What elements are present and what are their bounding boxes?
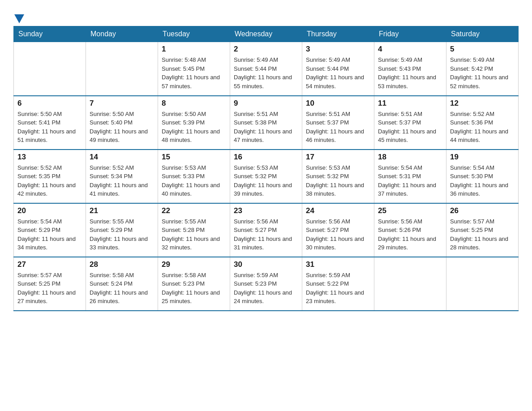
calendar-header-sunday: Sunday [14,26,86,42]
day-info: Sunrise: 5:53 AMSunset: 5:32 PMDaylight:… [234,163,298,198]
calendar-header-thursday: Thursday [302,26,374,42]
calendar-header-monday: Monday [86,26,158,42]
day-number: 9 [234,99,298,108]
calendar-cell [374,257,446,311]
calendar-cell: 24Sunrise: 5:56 AMSunset: 5:27 PMDayligh… [302,203,374,257]
day-info: Sunrise: 5:57 AMSunset: 5:25 PMDaylight:… [450,217,515,252]
day-number: 1 [162,45,226,54]
calendar-cell: 17Sunrise: 5:53 AMSunset: 5:32 PMDayligh… [302,150,374,203]
calendar-cell [446,257,519,311]
calendar-cell: 23Sunrise: 5:56 AMSunset: 5:27 PMDayligh… [230,203,302,257]
day-number: 19 [450,153,515,162]
logo [13,13,24,21]
calendar-week-row: 20Sunrise: 5:54 AMSunset: 5:29 PMDayligh… [14,203,519,257]
calendar-cell: 20Sunrise: 5:54 AMSunset: 5:29 PMDayligh… [14,203,86,257]
day-number: 22 [162,206,226,215]
calendar-cell: 1Sunrise: 5:48 AMSunset: 5:45 PMDaylight… [158,42,230,96]
calendar-header-row: SundayMondayTuesdayWednesdayThursdayFrid… [14,26,519,42]
calendar-cell: 31Sunrise: 5:59 AMSunset: 5:22 PMDayligh… [302,257,374,311]
day-info: Sunrise: 5:49 AMSunset: 5:44 PMDaylight:… [234,56,298,90]
calendar-header-tuesday: Tuesday [158,26,230,42]
day-number: 6 [17,99,82,108]
calendar-header-friday: Friday [374,26,446,42]
calendar-cell [86,42,158,96]
calendar-cell: 27Sunrise: 5:57 AMSunset: 5:25 PMDayligh… [14,257,86,311]
calendar-cell: 5Sunrise: 5:49 AMSunset: 5:42 PMDaylight… [446,42,519,96]
day-number: 15 [162,153,226,162]
day-number: 25 [378,206,442,215]
day-number: 14 [90,153,154,162]
day-number: 4 [378,45,442,54]
day-info: Sunrise: 5:55 AMSunset: 5:28 PMDaylight:… [162,217,226,252]
calendar-cell: 26Sunrise: 5:57 AMSunset: 5:25 PMDayligh… [446,203,519,257]
day-number: 3 [306,45,370,54]
day-number: 29 [162,260,226,269]
calendar-cell: 28Sunrise: 5:58 AMSunset: 5:24 PMDayligh… [86,257,158,311]
day-info: Sunrise: 5:51 AMSunset: 5:37 PMDaylight:… [378,110,442,145]
day-info: Sunrise: 5:48 AMSunset: 5:45 PMDaylight:… [162,56,226,90]
day-number: 8 [162,99,226,108]
day-info: Sunrise: 5:56 AMSunset: 5:27 PMDaylight:… [234,217,298,252]
day-info: Sunrise: 5:58 AMSunset: 5:23 PMDaylight:… [162,271,226,306]
day-number: 30 [234,260,298,269]
calendar-cell: 11Sunrise: 5:51 AMSunset: 5:37 PMDayligh… [374,96,446,150]
day-info: Sunrise: 5:50 AMSunset: 5:39 PMDaylight:… [162,110,226,145]
day-info: Sunrise: 5:49 AMSunset: 5:43 PMDaylight:… [378,56,442,90]
day-number: 11 [378,99,442,108]
day-info: Sunrise: 5:53 AMSunset: 5:33 PMDaylight:… [162,163,226,198]
svg-marker-0 [14,14,24,23]
calendar-cell: 6Sunrise: 5:50 AMSunset: 5:41 PMDaylight… [14,96,86,150]
day-info: Sunrise: 5:51 AMSunset: 5:37 PMDaylight:… [306,110,370,145]
calendar-cell: 22Sunrise: 5:55 AMSunset: 5:28 PMDayligh… [158,203,230,257]
calendar-cell: 29Sunrise: 5:58 AMSunset: 5:23 PMDayligh… [158,257,230,311]
day-info: Sunrise: 5:54 AMSunset: 5:29 PMDaylight:… [17,217,82,252]
day-number: 17 [306,153,370,162]
day-info: Sunrise: 5:58 AMSunset: 5:24 PMDaylight:… [90,271,154,306]
day-number: 16 [234,153,298,162]
calendar-cell: 15Sunrise: 5:53 AMSunset: 5:33 PMDayligh… [158,150,230,203]
calendar-cell: 25Sunrise: 5:56 AMSunset: 5:26 PMDayligh… [374,203,446,257]
calendar-cell: 10Sunrise: 5:51 AMSunset: 5:37 PMDayligh… [302,96,374,150]
calendar-cell: 4Sunrise: 5:49 AMSunset: 5:43 PMDaylight… [374,42,446,96]
calendar-cell: 3Sunrise: 5:49 AMSunset: 5:44 PMDaylight… [302,42,374,96]
day-number: 28 [90,260,154,269]
calendar-cell: 14Sunrise: 5:52 AMSunset: 5:34 PMDayligh… [86,150,158,203]
day-number: 27 [17,260,82,269]
day-number: 2 [234,45,298,54]
day-number: 21 [90,206,154,215]
day-info: Sunrise: 5:55 AMSunset: 5:29 PMDaylight:… [90,217,154,252]
day-info: Sunrise: 5:54 AMSunset: 5:31 PMDaylight:… [378,163,442,198]
calendar-cell: 19Sunrise: 5:54 AMSunset: 5:30 PMDayligh… [446,150,519,203]
day-info: Sunrise: 5:52 AMSunset: 5:35 PMDaylight:… [17,163,82,198]
calendar-cell: 18Sunrise: 5:54 AMSunset: 5:31 PMDayligh… [374,150,446,203]
day-info: Sunrise: 5:56 AMSunset: 5:27 PMDaylight:… [306,217,370,252]
day-number: 18 [378,153,442,162]
calendar-cell: 8Sunrise: 5:50 AMSunset: 5:39 PMDaylight… [158,96,230,150]
day-number: 24 [306,206,370,215]
calendar-cell: 9Sunrise: 5:51 AMSunset: 5:38 PMDaylight… [230,96,302,150]
calendar-cell: 12Sunrise: 5:52 AMSunset: 5:36 PMDayligh… [446,96,519,150]
calendar-cell: 13Sunrise: 5:52 AMSunset: 5:35 PMDayligh… [14,150,86,203]
day-info: Sunrise: 5:54 AMSunset: 5:30 PMDaylight:… [450,163,515,198]
day-number: 26 [450,206,515,215]
day-number: 23 [234,206,298,215]
calendar-cell: 7Sunrise: 5:50 AMSunset: 5:40 PMDaylight… [86,96,158,150]
day-number: 31 [306,260,370,269]
page-header [13,9,519,21]
day-number: 10 [306,99,370,108]
calendar-week-row: 1Sunrise: 5:48 AMSunset: 5:45 PMDaylight… [14,42,519,96]
calendar-header-wednesday: Wednesday [230,26,302,42]
calendar-header-saturday: Saturday [446,26,519,42]
day-info: Sunrise: 5:59 AMSunset: 5:23 PMDaylight:… [234,271,298,306]
day-info: Sunrise: 5:51 AMSunset: 5:38 PMDaylight:… [234,110,298,145]
day-number: 7 [90,99,154,108]
calendar-cell: 16Sunrise: 5:53 AMSunset: 5:32 PMDayligh… [230,150,302,203]
day-number: 5 [450,45,515,54]
day-number: 12 [450,99,515,108]
day-info: Sunrise: 5:50 AMSunset: 5:40 PMDaylight:… [90,110,154,145]
day-info: Sunrise: 5:49 AMSunset: 5:44 PMDaylight:… [306,56,370,90]
day-info: Sunrise: 5:49 AMSunset: 5:42 PMDaylight:… [450,56,515,90]
calendar-week-row: 13Sunrise: 5:52 AMSunset: 5:35 PMDayligh… [14,150,519,203]
day-info: Sunrise: 5:52 AMSunset: 5:36 PMDaylight:… [450,110,515,145]
calendar-table: SundayMondayTuesdayWednesdayThursdayFrid… [13,26,519,311]
